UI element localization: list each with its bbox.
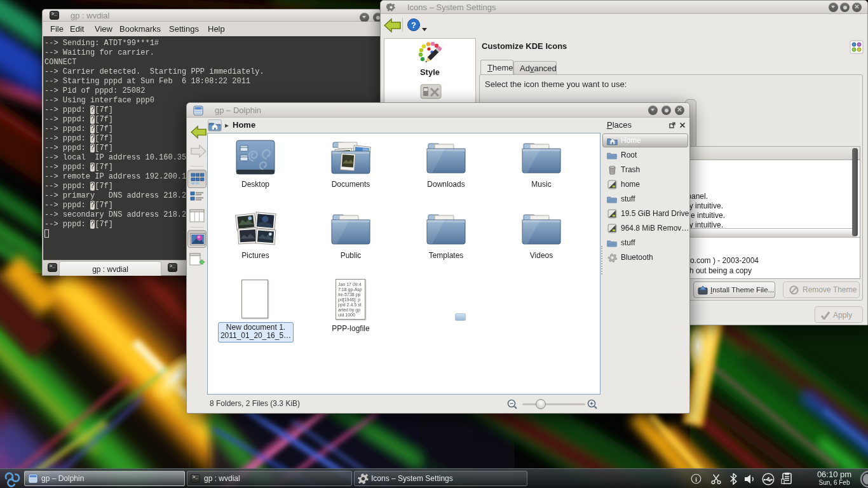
svg-text:?: ?: [411, 20, 416, 30]
svg-text:i: i: [695, 475, 697, 483]
